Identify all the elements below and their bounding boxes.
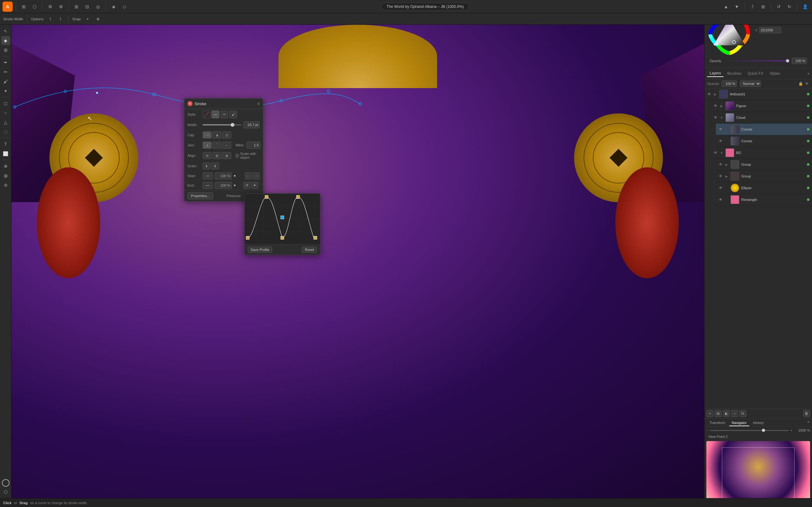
width-thumb[interactable] (231, 123, 235, 127)
expand-ellipse[interactable] (725, 186, 728, 190)
layer-item-curves1[interactable]: 👁 Curves (716, 124, 812, 135)
minimap[interactable] (706, 441, 810, 505)
mask-layer-btn[interactable]: ○ (731, 410, 738, 417)
lock-icon[interactable]: 🔒 (798, 81, 803, 86)
reset-button[interactable]: Reset (302, 246, 317, 253)
expand-figure[interactable]: ▶ (720, 104, 723, 108)
transform-tool[interactable]: ⊞ (1, 46, 10, 55)
layer-item-artboard1[interactable]: 👁 ▶ Artboard1 (705, 89, 812, 100)
cap-square[interactable]: ⊡ (222, 131, 231, 138)
align-inside[interactable]: ⊞ (212, 152, 221, 159)
zoom-plus-icon[interactable]: + (791, 429, 792, 432)
join-round[interactable]: ⌒ (212, 142, 221, 149)
layer-item-group1[interactable]: 👁 ▶ Group (716, 159, 812, 170)
adjust-layer-btn[interactable]: ◐ (723, 410, 730, 417)
snap-icon2[interactable]: ⊕ (94, 15, 102, 23)
snap-icon1[interactable]: ⌖ (84, 15, 92, 23)
scale-with-object[interactable]: ✓ Scale with object (236, 152, 260, 159)
shape-tool[interactable]: ◻ (1, 99, 10, 108)
style-none-btn[interactable] (203, 111, 210, 118)
start-dropdown[interactable]: ▾ (234, 174, 240, 178)
order-below[interactable]: ⬇ (203, 163, 210, 170)
options-icon2[interactable]: ⌇ (57, 15, 64, 23)
prefs-icon[interactable]: ⚙ (56, 2, 65, 11)
tab-transform[interactable]: Transform (707, 420, 728, 426)
snapping-icon[interactable]: ◎ (94, 2, 102, 11)
refresh-btn2[interactable]: ✦ (251, 182, 258, 189)
guide-icon[interactable]: ⊟ (83, 2, 92, 11)
vis-icon-cloud[interactable]: 👁 (713, 115, 718, 120)
pixel-tool[interactable]: ⬡ (1, 487, 10, 496)
user-icon[interactable]: 👤 (801, 2, 809, 11)
zoom-in-icon[interactable]: ▲ (722, 2, 730, 11)
tab-brushes[interactable]: Brushes (725, 70, 744, 77)
select-tool[interactable]: ↖ (1, 26, 10, 36)
layer-item-curves2[interactable]: 👁 Curves (716, 135, 812, 147)
export-icon[interactable]: ⬡ (30, 2, 39, 11)
pen-tool[interactable]: ✒ (1, 58, 10, 67)
options-icon1[interactable]: ⌇ (47, 15, 54, 23)
grid-icon[interactable]: ⊞ (72, 2, 81, 11)
vis-icon-ellipse[interactable]: 👁 (718, 186, 723, 190)
layer-item-figure[interactable]: 👁 ▶ Figure (711, 100, 812, 112)
spiral-tool[interactable]: ◌ (1, 127, 10, 136)
layer-item-ellipse[interactable]: 👁 Ellipse (716, 182, 812, 194)
vis-icon-figure[interactable]: 👁 (713, 104, 718, 108)
opacity-input[interactable] (792, 58, 807, 64)
tab-navigator[interactable]: Navigator (729, 420, 749, 426)
persona-1[interactable]: ◈ (109, 2, 118, 11)
vis-icon-rectangle[interactable]: 👁 (718, 198, 723, 202)
stroke-panel-menu[interactable]: ≡ (257, 101, 260, 106)
color-tool[interactable] (2, 479, 9, 487)
tab-layers[interactable]: Layers (707, 70, 723, 77)
export-btn[interactable]: ⤴ (748, 2, 757, 11)
order-above[interactable]: ⬆ (211, 163, 219, 170)
polygon-tool[interactable]: △ (1, 118, 10, 127)
vis-icon-group1[interactable]: 👁 (718, 162, 723, 167)
redo-icon[interactable]: ↻ (785, 2, 794, 11)
layer-item-rectangle[interactable]: 👁 Rectangle (716, 194, 812, 206)
eyedropper-tool[interactable]: ⊘ (1, 181, 10, 189)
cap-round[interactable]: ◗ (212, 131, 221, 138)
ellipse-tool[interactable]: ○ (1, 108, 10, 117)
start-percent[interactable] (215, 172, 232, 179)
cap-butt[interactable]: ⊣ (203, 131, 212, 138)
pencil-tool[interactable]: ✏ (1, 67, 10, 76)
vis-icon-bg[interactable]: 👁 (713, 151, 718, 155)
zoom-track[interactable] (710, 430, 788, 431)
frame-tool[interactable]: ⬜ (1, 149, 10, 158)
end-percent[interactable] (215, 182, 232, 189)
end-style[interactable]: — (203, 182, 213, 189)
end-dropdown[interactable]: ▾ (234, 183, 240, 187)
brush-tool[interactable]: 🖌 (1, 77, 10, 86)
fill-tool[interactable]: ◍ (1, 171, 10, 180)
zoom-out-icon[interactable]: ▼ (732, 2, 741, 11)
tab-styles[interactable]: Styles (767, 70, 782, 77)
history-icon[interactable]: ↺ (774, 2, 783, 11)
layer-item-bg[interactable]: 👁 ▼ BG (711, 147, 812, 159)
align-center[interactable]: ⊟ (203, 152, 212, 159)
tab-quickfx[interactable]: Quick FX (745, 70, 766, 77)
tab-history[interactable]: History (751, 420, 766, 426)
blend-mode-select[interactable]: Normal (740, 80, 761, 87)
properties-button[interactable]: Properties... (188, 192, 213, 199)
layer-item-group2[interactable]: 👁 ▶ Group (716, 170, 812, 182)
canvas-area[interactable]: ↖ (11, 25, 704, 498)
style-line-btn[interactable]: ✏ (220, 111, 228, 118)
width-slider[interactable] (203, 124, 241, 125)
artwork-canvas[interactable]: ↖ (11, 25, 704, 498)
vis-icon-curves2[interactable]: 👁 (718, 139, 723, 143)
zoom-minus-icon[interactable]: − (706, 429, 708, 432)
stroke-panel-close[interactable]: ✕ (188, 101, 193, 106)
curves-graph[interactable] (245, 193, 320, 244)
menu-grid-icon[interactable]: ⊞ (19, 2, 28, 11)
opacity-slider[interactable] (723, 60, 790, 61)
panel-menu-nav[interactable]: ≡ (808, 420, 809, 426)
save-profile-button[interactable]: Save Profile (248, 246, 272, 253)
persona-2[interactable]: ◇ (120, 2, 129, 11)
group-layers-btn[interactable]: ⊞ (715, 410, 722, 417)
eye-icon[interactable]: 👁 (804, 81, 809, 86)
refresh-btn1[interactable]: ↺ (243, 182, 250, 189)
delete-layer-btn[interactable]: 🗑 (803, 410, 810, 417)
expand-curves2[interactable] (725, 139, 728, 143)
